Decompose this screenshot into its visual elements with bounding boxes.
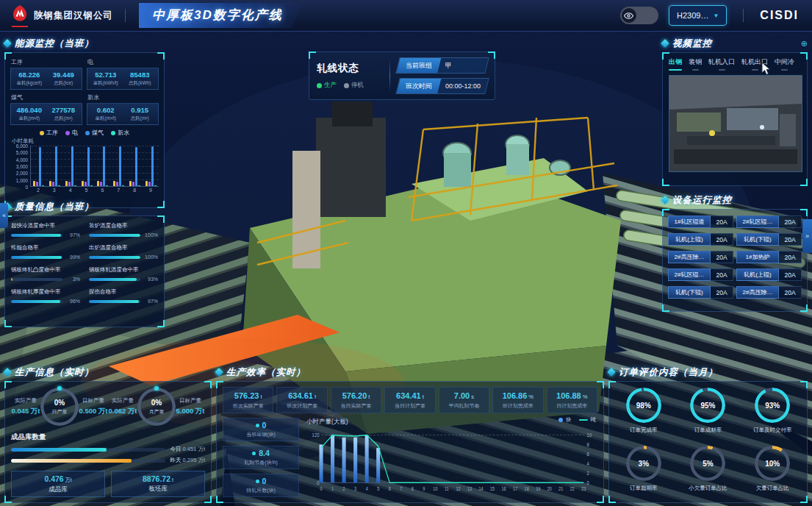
energy-legend-item[interactable]: 工序 (40, 129, 58, 137)
svg-text:8: 8 (412, 485, 414, 491)
svg-text:18: 18 (525, 485, 530, 491)
bullet-dot (256, 424, 259, 427)
quality-item: 钢板终轧温度命中率93% (89, 266, 158, 282)
equipment-chip: 2#高压除…20A (668, 251, 733, 263)
energy-value: 486.040 (13, 106, 46, 114)
expand-icon[interactable]: ⊕ (801, 40, 808, 48)
tab-mill-exit[interactable]: 轧机出口 (741, 57, 768, 71)
panel-line-status: 轧线状态 生产 停机 当前班组 甲 班次时间 00:00-12:00 (309, 51, 495, 100)
hourly-chart-title: 小时产量(大板) (306, 418, 597, 427)
svg-text:7: 7 (400, 485, 403, 491)
svg-text:6: 6 (389, 485, 392, 491)
hourly-chart-svg: 0120024681001234567891011121314151617181… (305, 427, 597, 495)
energy-value-label: 总耗(m³) (48, 115, 80, 122)
top-bar: 陕钢集团汉钢公司 中厚板3D数字化产线 H2309… ▼ CISDI (0, 0, 812, 32)
collapse-handle-left[interactable]: « (0, 203, 8, 228)
energy-value-label: 单耗(m³/t) (90, 115, 122, 122)
energy-group: 煤气 486.040单耗(m³/t) 277578总耗(m³) (10, 93, 82, 125)
tab-mill-entry[interactable]: 轧机入口 (708, 57, 735, 71)
energy-chart-xaxis: 23456789 (30, 188, 159, 193)
inventory-title: 成品库数量 (11, 432, 205, 442)
panel-orders: 订单评价内容（当月） 98% 订单完成率 95% 订单成材率 93% 订单及时交… (608, 366, 808, 503)
energy-value-label: 单耗(kgce/t) (13, 80, 46, 87)
tab-tapping[interactable]: 出钢 (669, 57, 682, 71)
energy-value-label: 单耗(m³/t) (13, 115, 46, 122)
video-tabs: 出钢 装钢 轧机入口 轧机出口 中间冷 电磁感 (669, 57, 801, 71)
panel-diamond-icon (3, 39, 11, 47)
quality-item: 钢板终轧厚度命中率96% (11, 288, 80, 304)
svg-text:16: 16 (502, 485, 507, 491)
energy-group-name: 电 (87, 58, 159, 66)
quality-item: 出炉温度合格率100% (89, 244, 158, 260)
legend-blocks[interactable]: 块 (558, 416, 572, 424)
equipment-chip: 1#轧区辊道20A (668, 215, 733, 228)
svg-text:5: 5 (377, 485, 380, 491)
tab-charging[interactable]: 装钢 (689, 57, 702, 71)
order-ring-overdue: 3% 订单超期率 (612, 446, 675, 496)
energy-legend-item[interactable]: 煤气 (85, 129, 104, 137)
collapse-handle-right[interactable]: » (802, 219, 812, 253)
equipment-chip: 2#轧区辊…20A (668, 268, 733, 281)
equipment-chip: 2#轧区辊…20A (736, 215, 802, 228)
efficiency-stat: 634.61t班次计划产量 (276, 387, 327, 413)
legend-tons[interactable]: 吨 (579, 416, 597, 424)
svg-text:21: 21 (558, 485, 564, 491)
bullet-dot (252, 452, 256, 455)
svg-text:12: 12 (456, 485, 461, 491)
heat-number-select[interactable]: H2309… ▼ (669, 5, 727, 26)
video-feed[interactable] (669, 75, 802, 172)
svg-text:0: 0 (587, 480, 590, 485)
equipment-chip: 轧机(下辊)20A (736, 233, 802, 246)
production-panel-title: 生产信息（实时） (15, 366, 94, 379)
dashboard-root: 陕钢集团汉钢公司 中厚板3D数字化产线 H2309… ▼ CISDI (0, 0, 812, 506)
inventory-yesterday-bar: 昨天 0.295 万t (11, 457, 205, 464)
equipment-chip: 轧机(上辊)20A (668, 233, 733, 246)
panel-diamond-icon (661, 196, 669, 204)
svg-text:6: 6 (587, 451, 590, 457)
page-title: 中厚板3D数字化产线 (152, 8, 283, 22)
order-ring-shortage: 10% 欠量订单占比 (741, 446, 804, 496)
efficiency-stat: 106.88%日计划完成率 (547, 387, 597, 413)
heat-number-value: H2309… (677, 11, 708, 20)
bullet-dot (256, 480, 259, 483)
energy-legend-item[interactable]: 电 (65, 129, 78, 137)
svg-text:11: 11 (445, 485, 449, 491)
visibility-toggle[interactable] (620, 7, 658, 24)
panel-diamond-icon (607, 368, 615, 376)
energy-value-label: 单耗(kWh/t) (90, 80, 122, 87)
energy-legend-item[interactable]: 新水 (111, 129, 129, 137)
equipment-chip: 轧机(下辊)20A (668, 286, 733, 299)
month-actual-output: 实际产量0.062 万t (108, 397, 137, 416)
energy-chart-legend: 工序电煤气新水 (10, 129, 159, 137)
svg-text:4: 4 (366, 485, 369, 491)
energy-chart: 01,0002,0003,0004,0005,0006,000 (10, 146, 159, 187)
orders-panel-title: 订单评价内容（当月） (619, 366, 718, 379)
slab-stock-card: 8876.72t 板坯库 (111, 471, 205, 497)
logo-block: 陕钢集团汉钢公司 中厚板3D数字化产线 (0, 3, 305, 28)
svg-text:17: 17 (513, 485, 518, 491)
panel-production: 生产信息（实时） 实际产量0.045 万t 0%日产量 目标产量0.500 万t… (4, 366, 212, 503)
panel-energy: 能源监控（当班） 工序 68.226单耗(kgce/t) 39.449总耗(tc… (4, 37, 165, 208)
equipment-chip: 1#加热炉20A (736, 251, 802, 263)
svg-text:8: 8 (587, 441, 590, 447)
company-logo-icon (12, 4, 28, 27)
energy-value-label: 总耗(tce) (48, 80, 80, 87)
energy-value: 0.602 (90, 106, 122, 114)
order-ring-on-time: 93% 订单及时交付率 (741, 388, 804, 438)
day-target-output: 目标产量0.500 万t (79, 397, 108, 416)
svg-text:0: 0 (317, 480, 320, 485)
panel-diamond-icon (661, 39, 669, 47)
svg-text:13: 13 (467, 485, 473, 491)
tab-intermediate-cooling[interactable]: 中间冷 (775, 57, 794, 71)
title-plate: 中厚板3D数字化产线 (139, 3, 305, 28)
panel-quality: 质量信息（当班） 超快冷温度命中率97% 装炉温度合格率100% 性能合格率99… (4, 200, 165, 327)
svg-text:0: 0 (320, 485, 323, 491)
energy-value: 85483 (124, 71, 157, 79)
month-output-ring: 0%月产量 (137, 388, 176, 426)
day-actual-output: 实际产量0.045 万t (11, 397, 40, 416)
panel-diamond-icon (3, 368, 11, 376)
svg-text:9: 9 (423, 485, 425, 491)
company-name: 陕钢集团汉钢公司 (34, 10, 113, 22)
energy-value: 0.915 (124, 106, 157, 114)
status-dot (344, 83, 349, 88)
